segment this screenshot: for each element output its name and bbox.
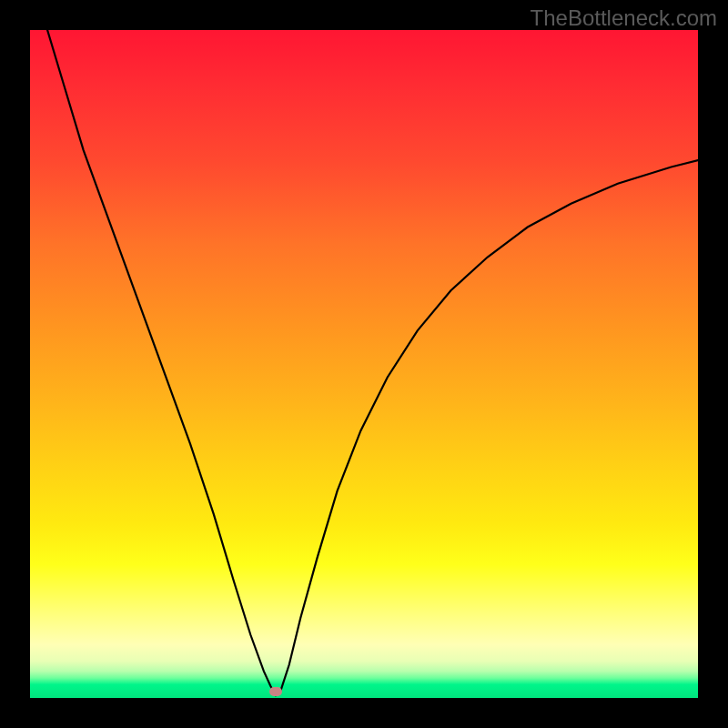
watermark-text: TheBottleneck.com — [531, 5, 717, 31]
bottleneck-curve — [30, 30, 698, 698]
bottleneck-marker — [269, 687, 282, 696]
chart-area — [30, 30, 698, 698]
